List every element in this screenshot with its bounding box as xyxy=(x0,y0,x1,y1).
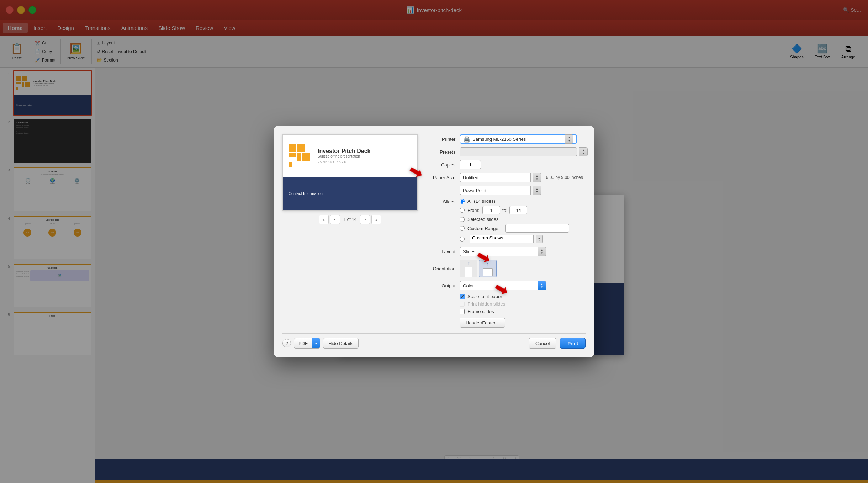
slides-custom-range-row: Custom Range: xyxy=(460,224,569,233)
landscape-button[interactable]: ↑ xyxy=(479,260,497,277)
dialog-body: Investor Pitch Deck Subtitle of the pres… xyxy=(282,134,586,328)
slides-all-label: All (14 slides) xyxy=(467,198,495,204)
prev-subtitle: Subtitle of the presentation xyxy=(318,154,371,158)
layout-row: Layout: Slides ▲▼ xyxy=(425,247,588,256)
format-row: PowerPoint ▲▼ xyxy=(425,186,588,195)
dialog-nav: « ‹ 1 of 14 › » xyxy=(282,215,418,224)
copies-row: Copies: 1 xyxy=(425,160,588,169)
dialog-nav-next[interactable]: › xyxy=(360,215,370,224)
scale-to-fit-label: Scale to fit paper xyxy=(467,294,502,299)
dialog-nav-first[interactable]: « xyxy=(319,215,329,224)
print-hidden-row: Print hidden slides xyxy=(460,301,588,307)
header-footer-button[interactable]: Header/Footer... xyxy=(460,318,505,328)
printer-select[interactable]: 🖨️ Samsung ML-2160 Series ▲▼ xyxy=(460,134,577,144)
slides-custom-range-radio[interactable] xyxy=(460,226,465,231)
scale-to-fit-row: Scale to fit paper xyxy=(460,294,588,299)
slides-to-label: to: xyxy=(502,208,507,213)
paper-size-control: Untitled ▲▼ 16.00 by 9.00 inches xyxy=(460,173,588,182)
preview-bottom: Contact Information xyxy=(283,177,417,210)
dialog-footer: ? PDF ▼ Hide Details Cancel Print xyxy=(282,333,586,349)
presets-label: Presets: xyxy=(425,149,457,155)
layout-select[interactable]: Slides xyxy=(460,247,538,256)
prev-contact: Contact Information xyxy=(289,191,323,196)
slides-custom-range-input[interactable] xyxy=(505,224,569,233)
dialog-preview: Investor Pitch Deck Subtitle of the pres… xyxy=(282,134,418,328)
output-label: Output: xyxy=(425,283,457,288)
range-inputs: 1 to: 14 xyxy=(482,206,527,214)
dialog-nav-page: 1 of 14 xyxy=(342,217,359,222)
printer-control: 🖨️ Samsung ML-2160 Series ▲▼ xyxy=(460,134,588,144)
pdf-button[interactable]: PDF xyxy=(294,338,312,349)
dialog-nav-prev[interactable]: ‹ xyxy=(330,215,340,224)
prev-title: Investor Pitch Deck xyxy=(318,148,371,154)
format-value: PowerPoint xyxy=(463,188,486,193)
presets-field xyxy=(460,147,577,156)
copies-control: 1 xyxy=(460,160,588,169)
layout-stepper[interactable]: ▲▼ xyxy=(538,247,546,256)
output-select[interactable]: Color xyxy=(460,281,538,290)
presets-control: ▲▼ xyxy=(460,147,588,156)
slides-all-row: All (14 slides) xyxy=(460,198,569,204)
presets-row: Presets: ▲▼ xyxy=(425,147,588,156)
copies-label: Copies: xyxy=(425,162,457,168)
frame-slides-label: Frame slides xyxy=(467,309,494,314)
dialog-preview-img: Investor Pitch Deck Subtitle of the pres… xyxy=(282,134,418,211)
landscape-page xyxy=(483,268,493,276)
prev-company: COMPANY NAME xyxy=(318,160,346,163)
frame-slides-row: Frame slides xyxy=(460,309,588,314)
dialog-form: Printer: 🖨️ Samsung ML-2160 Series ▲▼ Pr xyxy=(425,134,588,328)
print-button[interactable]: Print xyxy=(560,338,586,349)
presets-stepper[interactable]: ▲▼ xyxy=(579,147,588,156)
paper-size-stepper[interactable]: ▲▼ xyxy=(533,173,541,182)
frame-slides-checkbox[interactable] xyxy=(460,309,465,314)
printer-icon: 🖨️ xyxy=(463,136,470,143)
output-stepper[interactable]: ▲▼ xyxy=(538,281,546,290)
slides-to-input[interactable]: 14 xyxy=(509,206,527,214)
paper-size-label: Paper Size: xyxy=(425,175,457,180)
orientation-buttons: ↑ ↑ xyxy=(460,260,497,277)
orientation-label: Orientation: xyxy=(425,266,457,271)
slides-custom-shows-radio[interactable] xyxy=(460,237,465,242)
prev-squares xyxy=(289,144,313,167)
dialog-overlay: Investor Pitch Deck Subtitle of the pres… xyxy=(0,0,868,483)
output-row: Output: Color ▲▼ xyxy=(425,281,588,290)
print-hidden-label: Print hidden slides xyxy=(467,301,505,307)
slides-all-radio[interactable] xyxy=(460,199,465,204)
slides-custom-shows-row: Custom Shows ▲▼ xyxy=(460,235,569,243)
format-stepper[interactable]: ▲▼ xyxy=(533,186,541,195)
printer-stepper[interactable]: ▲▼ xyxy=(565,134,573,144)
paper-size-select[interactable]: Untitled xyxy=(460,173,531,182)
slides-selected-radio[interactable] xyxy=(460,217,465,222)
dialog-nav-last[interactable]: » xyxy=(371,215,381,224)
printer-row: Printer: 🖨️ Samsung ML-2160 Series ▲▼ xyxy=(425,134,588,144)
print-dialog: Investor Pitch Deck Subtitle of the pres… xyxy=(274,126,594,357)
copies-input[interactable]: 1 xyxy=(460,160,481,169)
layout-label: Layout: xyxy=(425,249,457,254)
layout-value: Slides xyxy=(463,249,475,254)
format-select[interactable]: PowerPoint xyxy=(460,186,531,195)
custom-shows-select[interactable]: Custom Shows xyxy=(470,235,534,243)
custom-shows-box: Custom Shows ▲▼ xyxy=(470,235,543,243)
slides-selected-row: Selected slides xyxy=(460,217,569,222)
slides-from-radio[interactable] xyxy=(460,208,465,213)
hide-details-button[interactable]: Hide Details xyxy=(323,338,359,349)
output-value: Color xyxy=(463,283,474,288)
format-control: PowerPoint ▲▼ xyxy=(460,186,588,195)
pdf-chevron[interactable]: ▼ xyxy=(312,338,320,349)
paper-size-value: Untitled xyxy=(463,175,478,180)
cancel-button[interactable]: Cancel xyxy=(529,338,556,349)
scale-to-fit-checkbox[interactable] xyxy=(460,294,465,299)
print-hidden-checkbox[interactable] xyxy=(460,302,465,307)
preview-top: Investor Pitch Deck Subtitle of the pres… xyxy=(283,135,417,177)
custom-shows-stepper[interactable]: ▲▼ xyxy=(536,235,543,243)
slides-radio-group: All (14 slides) From: 1 to: 14 xyxy=(460,198,569,243)
pdf-group: ? PDF ▼ Hide Details xyxy=(282,338,359,349)
slides-from-row: From: 1 to: 14 xyxy=(460,206,569,214)
slides-from-input[interactable]: 1 xyxy=(482,206,500,214)
printer-label: Printer: xyxy=(425,137,457,142)
help-button[interactable]: ? xyxy=(282,339,291,347)
portrait-button[interactable]: ↑ xyxy=(460,260,477,277)
orientation-row: Orientation: ↑ ↑ xyxy=(425,260,588,277)
output-select-wrapper: Color ▲▼ xyxy=(460,281,546,290)
printer-value: Samsung ML-2160 Series xyxy=(472,137,526,142)
